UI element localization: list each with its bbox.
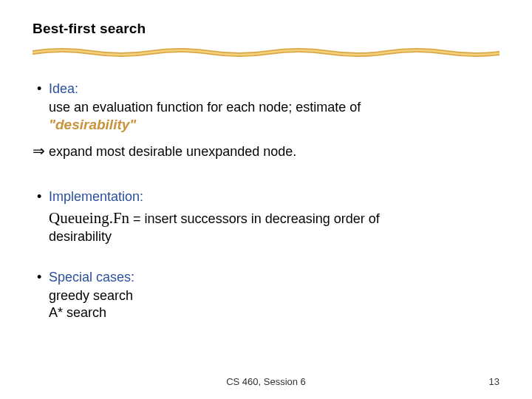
implementation-bullet: • Implementation: xyxy=(37,189,499,205)
special-case1: greedy search xyxy=(49,288,499,304)
idea-line1: use an evaluation function for each node… xyxy=(49,100,499,115)
footer-center: CS 460, Session 6 xyxy=(0,376,532,387)
implementation-line1: Queueing.Fn = insert successors in decre… xyxy=(49,209,499,228)
special-label: Special cases: xyxy=(49,270,134,285)
page-number: 13 xyxy=(489,376,499,387)
slide-body: • Idea: use an evaluation function for e… xyxy=(33,81,499,321)
idea-arrow-text: expand most desirable unexpanded node. xyxy=(49,144,296,160)
bullet-icon: • xyxy=(37,270,49,284)
title-underline xyxy=(33,47,499,58)
idea-desirability: "desirability" xyxy=(49,117,499,133)
implementation-line2: desirability xyxy=(49,229,499,245)
idea-label: Idea: xyxy=(49,81,78,97)
idea-conclusion: ⇒ expand most desirable unexpanded node. xyxy=(33,142,499,160)
double-arrow-icon: ⇒ xyxy=(33,142,49,160)
bullet-icon: • xyxy=(37,82,49,95)
slide-title: Best-first search xyxy=(33,21,499,37)
special-bullet: • Special cases: xyxy=(37,270,499,285)
idea-bullet: • Idea: xyxy=(37,81,499,97)
queueing-fn: Queueing.Fn xyxy=(49,209,129,227)
implementation-rest: = insert successors in decreasing order … xyxy=(129,211,380,226)
bullet-icon: • xyxy=(37,190,49,203)
special-case2: A* search xyxy=(49,305,499,321)
implementation-label: Implementation: xyxy=(49,189,143,205)
